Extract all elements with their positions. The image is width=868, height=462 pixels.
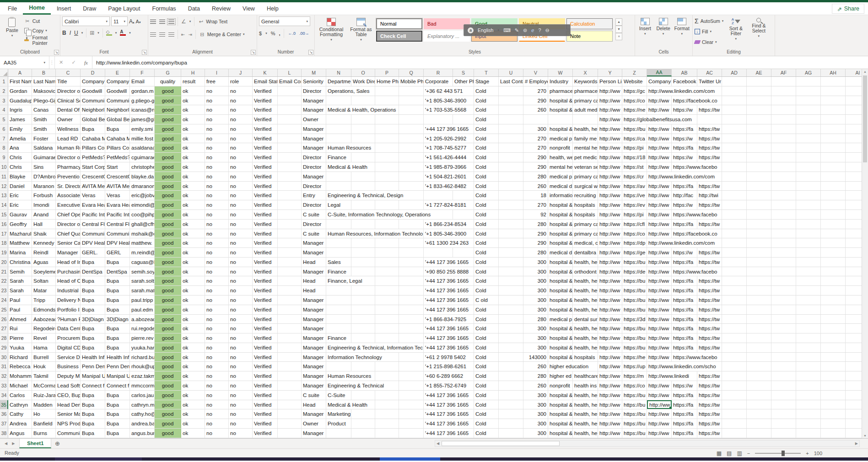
- cell-M32[interactable]: Manager: [302, 371, 326, 381]
- cell-W13[interactable]: informatio: [548, 191, 573, 200]
- cell-AI5[interactable]: [846, 115, 862, 124]
- cell-AA31[interactable]: http://www.linkedin.com/scho: [647, 362, 722, 371]
- cell-G9[interactable]: good: [155, 153, 181, 162]
- cell-C19[interactable]: Manager: [56, 248, 81, 257]
- tab-home[interactable]: Home: [23, 2, 51, 15]
- cell-R33[interactable]: '+1 855-752-6749: [424, 381, 474, 390]
- cell-U10[interactable]: [499, 162, 523, 172]
- cell-E15[interactable]: Pacific Int: [105, 210, 130, 219]
- cell-Z15[interactable]: https://pi: [622, 210, 647, 219]
- cell-T11[interactable]: Cold: [474, 172, 499, 181]
- cell-AG37[interactable]: [796, 419, 821, 428]
- row-header-33[interactable]: 33: [0, 381, 8, 390]
- cell-Q26[interactable]: [399, 315, 424, 324]
- cell-L10[interactable]: [278, 162, 302, 172]
- cell-AA25[interactable]: http://ww: [647, 305, 672, 314]
- cell-O20[interactable]: [351, 258, 375, 267]
- cell-H8[interactable]: ok: [181, 143, 205, 152]
- cell-X38[interactable]: health, he: [573, 429, 598, 438]
- cell-Y20[interactable]: http://ww: [598, 258, 622, 267]
- cell-AD17[interactable]: [722, 229, 747, 238]
- cell-I16[interactable]: no: [205, 220, 229, 229]
- cell-AI15[interactable]: [846, 210, 862, 219]
- cell-W10[interactable]: mental he: [548, 162, 573, 172]
- cell-E14[interactable]: Evara Hea: [105, 200, 130, 210]
- cell-M4[interactable]: Manager: [302, 105, 326, 114]
- cell-G22[interactable]: good: [155, 276, 181, 285]
- cell-X9[interactable]: pet medic: [573, 153, 598, 162]
- cell-H37[interactable]: ok: [181, 419, 205, 428]
- cell-K3[interactable]: Verified: [253, 96, 278, 105]
- cell-B31[interactable]: Houk: [32, 362, 56, 371]
- cell-C35[interactable]: Head Den: [56, 400, 81, 409]
- cell-T9[interactable]: Cold: [474, 153, 499, 162]
- cell-X20[interactable]: health, he: [573, 258, 598, 267]
- column-header-X[interactable]: X: [573, 69, 598, 76]
- cell-AB4[interactable]: https://w: [672, 105, 697, 114]
- cell-C31[interactable]: Business N: [56, 362, 81, 371]
- cell-Z5[interactable]: https://globalbenefitsusa.com: [622, 115, 697, 124]
- column-header-L[interactable]: L: [278, 69, 302, 76]
- cell-J6[interactable]: no: [229, 124, 253, 134]
- cell-E6[interactable]: Bupa: [105, 124, 130, 134]
- cell-K15[interactable]: Verified: [253, 210, 278, 219]
- cell-AH1[interactable]: [821, 77, 846, 86]
- cell-W14[interactable]: hospital &: [548, 200, 573, 210]
- cell-P37[interactable]: [375, 419, 399, 428]
- cell-AF18[interactable]: [771, 238, 796, 247]
- cell-Z8[interactable]: https://pi: [622, 143, 647, 152]
- cell-G31[interactable]: good: [155, 362, 181, 371]
- gallery-more-icon[interactable]: ≡: [615, 33, 622, 40]
- cell-F7[interactable]: millie.fost: [130, 134, 155, 143]
- cell-Q12[interactable]: [399, 182, 424, 191]
- cell-AG9[interactable]: [796, 153, 821, 162]
- cell-R12[interactable]: '+1 833-462-8482: [424, 182, 474, 191]
- cell-L33[interactable]: [278, 381, 302, 390]
- borders-icon[interactable]: ⊞: [90, 30, 94, 36]
- cell-AG8[interactable]: [796, 143, 821, 152]
- paste-button[interactable]: Paste ▾: [2, 16, 22, 38]
- cell-E2[interactable]: Goodwill: [105, 86, 130, 96]
- alignment-dialog-launcher[interactable]: ↘: [251, 50, 256, 55]
- cell-Z28[interactable]: https://bu: [622, 333, 647, 343]
- cell-O5[interactable]: [351, 115, 375, 124]
- gallery-down-icon[interactable]: ▼: [615, 26, 622, 33]
- cell-L18[interactable]: [278, 238, 302, 247]
- zoom-out-icon[interactable]: −: [747, 451, 750, 456]
- cell-X33[interactable]: health ins: [573, 381, 598, 390]
- cell-M13[interactable]: Entry: [302, 191, 326, 200]
- cell-AH8[interactable]: [821, 143, 846, 152]
- cell-AA6[interactable]: http://ww: [647, 124, 672, 134]
- cell-L32[interactable]: [278, 371, 302, 381]
- cell-AC14[interactable]: https://tw: [697, 200, 722, 210]
- cell-J25[interactable]: no: [229, 305, 253, 314]
- cell-D6[interactable]: Bupa: [81, 124, 105, 134]
- cell-K20[interactable]: Verified: [253, 258, 278, 267]
- cell-T14[interactable]: Cold: [474, 200, 499, 210]
- cell-K9[interactable]: Verified: [253, 153, 278, 162]
- cell-AD33[interactable]: [722, 381, 747, 390]
- cell-K2[interactable]: Verified: [253, 86, 278, 96]
- conditional-formatting-button[interactable]: Conditional Formatting ▾: [317, 16, 346, 42]
- cell-AG11[interactable]: [796, 172, 821, 181]
- cell-AC22[interactable]: https://tw: [697, 276, 722, 285]
- cell-AC34[interactable]: https://tw: [697, 391, 722, 400]
- cell-AH5[interactable]: [821, 115, 846, 124]
- cell-AC37[interactable]: https://tw: [697, 419, 722, 428]
- cell-E7[interactable]: Cahaba M: [105, 134, 130, 143]
- cell-Z22[interactable]: https://bu: [622, 276, 647, 285]
- cell-T32[interactable]: Cold: [474, 371, 499, 381]
- cell-U15[interactable]: [499, 210, 523, 219]
- cell-AE5[interactable]: [747, 115, 771, 124]
- cell-D17[interactable]: Communi: [81, 229, 105, 238]
- cell-F32[interactable]: ezaz.takm: [130, 371, 155, 381]
- row-header-6[interactable]: 6: [0, 124, 8, 134]
- cell-C16[interactable]: Director o: [56, 220, 81, 229]
- row-header-14[interactable]: 14: [0, 200, 8, 210]
- cell-B6[interactable]: Smith: [32, 124, 56, 134]
- cell-F3[interactable]: g.pliego-g: [130, 96, 155, 105]
- cell-AI31[interactable]: [846, 362, 862, 371]
- cell-I35[interactable]: no: [205, 400, 229, 409]
- cell-K5[interactable]: Verified: [253, 115, 278, 124]
- cell-O25[interactable]: [351, 305, 375, 314]
